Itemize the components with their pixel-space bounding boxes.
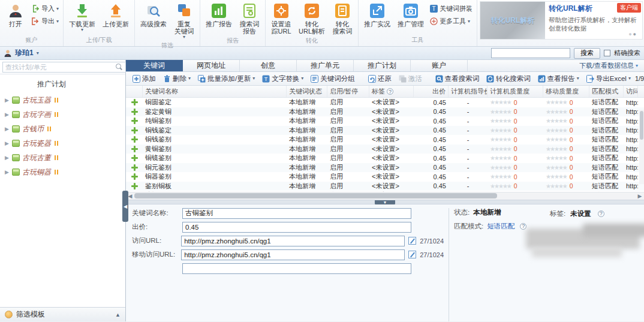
column-header[interactable]: 启用/暂停	[327, 86, 369, 97]
column-header[interactable]: 移动质量度	[543, 86, 589, 97]
column-header[interactable]: 匹配模式	[589, 86, 624, 97]
column-header[interactable]: 关键词状态	[287, 86, 327, 97]
expand-icon[interactable]: ▶	[5, 126, 10, 132]
set-tracking-url-button[interactable]: 设置追 踪URL	[268, 1, 294, 36]
add-keyword-icon[interactable]	[131, 109, 138, 115]
keyword-name-field[interactable]	[182, 208, 411, 219]
carousel-dots[interactable]: ●●	[628, 31, 637, 37]
tab-2[interactable]: 创意	[240, 60, 297, 71]
search-term-report-button[interactable]: 搜索词 报告	[236, 1, 263, 36]
bid-field[interactable]	[182, 222, 411, 233]
keyword-row[interactable]: 铜圆鉴定 本地新增 启用 <未设置> 0.45 - ★★★★★0 ★★★★★0 …	[126, 98, 644, 107]
view-report-button[interactable]: 查看报告▾	[535, 73, 582, 85]
sidebar-collapse-handle[interactable]: ◀	[122, 191, 128, 222]
column-header[interactable]: 标签?	[369, 86, 414, 97]
add-keyword-icon[interactable]	[131, 118, 138, 124]
column-header[interactable]: 计算机质量度	[487, 86, 543, 97]
view-search-terms-button[interactable]: 查看搜索词	[432, 73, 483, 85]
expand-icon[interactable]: ▶	[5, 140, 10, 146]
mobile-url-field[interactable]	[181, 249, 405, 260]
add-keyword-icon[interactable]	[131, 136, 138, 143]
plan-tree-item[interactable]: ▶ 古玩铜器	[0, 165, 125, 179]
horizontal-scrollbar[interactable]: ◀ ▶	[126, 192, 644, 200]
expand-icon[interactable]: ▶	[5, 169, 10, 175]
batch-add-update-button[interactable]: 批量添加/更新▾	[195, 73, 258, 85]
plan-search-input[interactable]	[2, 62, 126, 73]
help-icon[interactable]: ?	[387, 88, 393, 95]
next-field-cutoff[interactable]	[182, 263, 411, 274]
convert-url-parse-button[interactable]: 转化 URL解析	[296, 1, 328, 36]
help-icon[interactable]: ?	[520, 223, 526, 230]
convert-search-terms-button[interactable]: 转化 搜索词	[329, 1, 356, 36]
add-keyword-icon[interactable]	[131, 164, 138, 171]
keyword-row[interactable]: 铜器鉴别 本地新增 启用 <未设置> 0.45 - ★★★★★0 ★★★★★0 …	[126, 172, 644, 182]
keyword-group-button[interactable]: 关键词分组	[308, 73, 358, 85]
keyword-row[interactable]: 铜钱鉴别 本地新增 启用 <未设置> 0.45 - ★★★★★0 ★★★★★0 …	[126, 135, 644, 145]
promo-manage-button[interactable]: 推广管理	[395, 1, 427, 29]
exact-search-checkbox[interactable]	[604, 50, 610, 56]
column-header[interactable]: 出价	[414, 86, 449, 97]
column-header[interactable]: 关键词名称	[143, 86, 287, 97]
keyword-row[interactable]: 鉴定黄铜 本地新增 启用 <未设置> 0.45 - ★★★★★0 ★★★★★0 …	[126, 107, 644, 117]
keyword-row[interactable]: 紫铜鉴别 本地新增 启用 <未设置> 0.45 - ★★★★★0 ★★★★★0 …	[126, 191, 644, 192]
keyword-search-input[interactable]	[491, 48, 570, 58]
column-header[interactable]: 计算机指导价	[449, 86, 487, 97]
export-excel-button[interactable]: 导出Excel▾	[583, 73, 634, 85]
vertical-scrollbar[interactable]	[639, 110, 644, 184]
more-tools-button[interactable]: 更多工具 ▾	[428, 16, 474, 26]
plan-tree-item[interactable]: ▶ 古玩瓷器	[0, 136, 125, 151]
tab-0[interactable]: 关键词	[126, 60, 183, 71]
search-button[interactable]: 搜索	[574, 48, 600, 59]
add-button[interactable]: 添加	[130, 73, 159, 85]
activate-button[interactable]: 激活	[396, 73, 425, 85]
promo-card[interactable]: 转化URL解析 转化URL解析 客户端 帮助您进行系统解析，支持解析创意转化数据…	[480, 1, 643, 40]
help-icon[interactable]: ?	[598, 210, 604, 217]
panel-splitter[interactable]: ▼	[126, 200, 644, 204]
expand-icon[interactable]: ▶	[5, 112, 10, 118]
visit-url-field[interactable]	[181, 236, 405, 246]
download-update-button[interactable]: 下载更新 ▾	[66, 1, 98, 34]
plan-tree-item[interactable]: ▶ 古玩玉器	[0, 93, 125, 107]
keyword-row[interactable]: 铜钱鉴定 本地新增 启用 <未设置> 0.45 - ★★★★★0 ★★★★★0 …	[126, 126, 644, 136]
open-button[interactable]: 打开	[2, 1, 29, 29]
upload-update-button[interactable]: 上传更新	[100, 1, 132, 29]
keyword-row[interactable]: 铜镜鉴别 本地新增 启用 <未设置> 0.45 - ★★★★★0 ★★★★★0 …	[126, 154, 644, 163]
add-keyword-icon[interactable]	[131, 146, 138, 152]
delete-button[interactable]: 删除▾	[160, 73, 194, 85]
edit-url-icon[interactable]	[408, 237, 416, 245]
add-keyword-icon[interactable]	[131, 127, 138, 134]
scroll-thumb[interactable]	[134, 193, 497, 198]
restore-button[interactable]: 还原	[365, 73, 395, 85]
column-header[interactable]: 访问	[624, 86, 638, 97]
keyword-row[interactable]: 铜元鉴别 本地新增 启用 <未设置> 0.45 - ★★★★★0 ★★★★★0 …	[126, 163, 644, 173]
match-mode-value[interactable]: 短语匹配	[487, 222, 514, 231]
filter-template-bar[interactable]: 筛选模板 ▲	[0, 307, 125, 321]
keyword-assemble-button[interactable]: T 关键词拼装	[428, 4, 474, 14]
export-button[interactable]: 导出 ▾	[30, 16, 61, 26]
add-keyword-icon[interactable]	[131, 99, 138, 106]
promo-live-button[interactable]: 推广实况	[361, 1, 393, 29]
plan-tree-item[interactable]: ▶ 古玩古董	[0, 151, 125, 165]
keyword-row[interactable]: 纯铜鉴别 本地新增 启用 <未设置> 0.45 - ★★★★★0 ★★★★★0 …	[126, 116, 644, 126]
plan-tree-item[interactable]: ▶ 古钱币	[0, 122, 125, 136]
keyword-row[interactable]: 鉴别铜板 本地新增 启用 <未设置> 0.45 - ★★★★★0 ★★★★★0 …	[126, 182, 644, 191]
add-keyword-icon[interactable]	[131, 173, 138, 180]
tab-3[interactable]: 推广单元	[297, 60, 354, 71]
add-keyword-icon[interactable]	[131, 183, 138, 189]
plan-tree-item[interactable]: ▶ 古玩字画	[0, 107, 125, 122]
text-replace-button[interactable]: T 文字替换▾	[259, 73, 306, 85]
keyword-row[interactable]: 黄铜鉴别 本地新增 启用 <未设置> 0.45 - ★★★★★0 ★★★★★0 …	[126, 145, 644, 154]
add-keyword-icon[interactable]	[131, 155, 138, 161]
tab-4[interactable]: 推广计划	[354, 60, 411, 71]
import-button[interactable]: 导入 ▾	[30, 4, 61, 14]
data-info-link[interactable]: 下载/查看数据信息▾	[579, 60, 644, 71]
expand-icon[interactable]: ▶	[5, 97, 10, 103]
tab-5[interactable]: 账户	[411, 60, 468, 71]
edit-mobile-url-icon[interactable]	[408, 251, 416, 258]
scroll-right-arrow[interactable]: ▶	[636, 193, 644, 199]
scroll-thumb[interactable]	[640, 111, 643, 140]
duplicate-keywords-button[interactable]: 重复 关键词 ▾	[171, 1, 197, 41]
advanced-search-button[interactable]: 高级搜索	[137, 1, 170, 29]
promo-report-button[interactable]: 推广报告	[203, 1, 235, 29]
expand-icon[interactable]: ▶	[5, 155, 10, 161]
